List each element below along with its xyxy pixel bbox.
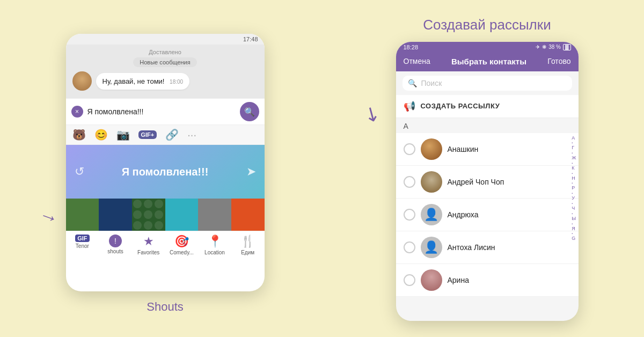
- comedy-label: Comedy...: [170, 250, 194, 255]
- link-icon[interactable]: 🔗: [165, 128, 179, 141]
- message-time: 18:00: [170, 79, 183, 85]
- tab-favorites[interactable]: ★ Favorites: [132, 235, 165, 255]
- input-text[interactable]: Я помолвлена!!!: [87, 107, 240, 116]
- next-sticker-button[interactable]: ➤: [246, 165, 256, 179]
- contact-item-3[interactable]: 👤 Андрюха: [396, 199, 579, 231]
- edim-label: Едим: [241, 250, 254, 255]
- camera-icon[interactable]: 📷: [116, 128, 130, 141]
- status-bar-right: 18:28 ✈ ❋ 38 % ▓: [396, 42, 579, 53]
- shouts-tab-icon: !: [109, 235, 122, 247]
- header-title: Выбрать контакты: [451, 57, 526, 66]
- bluetooth-icon: ❋: [542, 44, 546, 50]
- alpha-dot-2: •: [572, 151, 576, 155]
- delivered-row: Доставлено: [72, 49, 258, 55]
- contact-checkbox-1[interactable]: [404, 143, 415, 155]
- new-messages-label: Новые сообщения: [133, 57, 196, 67]
- battery-icon: ▓: [563, 44, 571, 50]
- alpha-latin-g[interactable]: G: [572, 236, 576, 241]
- contact-avatar-2: [421, 171, 442, 193]
- search-icon: 🔍: [244, 107, 255, 117]
- sticker-tabs: GIF Tenor ! shouts ★ Favorites 🎯 Comedy.…: [66, 231, 265, 258]
- location-tab-icon: 📍: [208, 235, 222, 248]
- search-inner[interactable]: 🔍 Поиск: [402, 76, 572, 91]
- gif-tab-icon: GIF: [75, 235, 89, 242]
- contact-name-1: Анашкин: [448, 145, 479, 153]
- more-icon[interactable]: ···: [187, 129, 196, 141]
- sticker-preview: ↺ Я помолвлена!!! ➤: [66, 145, 265, 199]
- contact-checkbox-4[interactable]: [404, 241, 415, 253]
- phone-left: 17:48 Доставлено Новые сообщения Ну, дав…: [66, 34, 265, 291]
- contact-name-2: Андрей Чоп Чоп: [448, 178, 504, 186]
- comedy-tab-icon: 🎯: [174, 235, 189, 248]
- contact-item-4[interactable]: 👤 Антоха Лисин: [396, 231, 579, 264]
- alpha-k[interactable]: К: [572, 165, 576, 171]
- avatar-image: [72, 71, 92, 91]
- alpha-dot-6: •: [572, 192, 576, 195]
- done-button[interactable]: Готово: [547, 57, 570, 65]
- alpha-g[interactable]: Г: [572, 145, 576, 151]
- message-row: Ну, давай, не томи! 18:00: [72, 71, 258, 91]
- status-time: 17:48: [243, 36, 258, 42]
- bg-thumb-5[interactable]: [198, 199, 231, 231]
- chat-area: Доставлено Новые сообщения Ну, давай, не…: [66, 45, 265, 98]
- tab-comedy[interactable]: 🎯 Comedy...: [165, 235, 199, 255]
- clear-button[interactable]: ×: [71, 106, 83, 118]
- location-label: Location: [204, 250, 225, 255]
- alpha-u[interactable]: У: [572, 195, 576, 201]
- contact-avatar-1: [421, 138, 442, 160]
- search-placeholder: Поиск: [421, 79, 442, 87]
- bg-thumb-6[interactable]: [231, 199, 265, 231]
- create-broadcast[interactable]: 📢 СОЗДАТЬ РАССЫЛКУ: [396, 95, 579, 118]
- broadcast-text: СОЗДАТЬ РАССЫЛКУ: [421, 102, 500, 110]
- alpha-a[interactable]: А: [572, 135, 576, 141]
- alpha-index: А • Г • Ж • К • Н • Р • У • Ч • Ы • Я •: [570, 133, 577, 244]
- alpha-dot-7: •: [572, 202, 576, 205]
- emoji-icon[interactable]: 😊: [94, 128, 108, 141]
- bg-thumb-3[interactable]: [132, 199, 165, 231]
- message-bubble: Ну, давай, не томи! 18:00: [96, 73, 190, 90]
- bear-icon[interactable]: 🐻: [72, 128, 86, 141]
- new-messages-pill: Новые сообщения: [72, 57, 258, 67]
- bg-thumb-1[interactable]: [66, 199, 99, 231]
- input-bar[interactable]: × Я помолвлена!!! 🔍: [66, 98, 265, 124]
- bg-thumb-2[interactable]: [99, 199, 132, 231]
- message-text: Ну, давай, не томи!: [103, 77, 165, 85]
- delivered-text: Доставлено: [149, 49, 181, 55]
- contact-list: Анашкин Андрей Чоп Чоп 👤 Андрюха 👤: [396, 133, 579, 297]
- tab-location[interactable]: 📍 Location: [198, 235, 231, 255]
- alpha-dot-1: •: [572, 141, 576, 144]
- status-icons: ✈ ❋ 38 % ▓: [536, 44, 570, 50]
- search-button[interactable]: 🔍: [240, 102, 259, 121]
- sticker-toolbar: 🐻 😊 📷 GIF+ 🔗 ···: [66, 124, 265, 145]
- gif-icon[interactable]: GIF+: [138, 130, 157, 139]
- contact-item-5[interactable]: Арина: [396, 264, 579, 297]
- contact-checkbox-5[interactable]: [404, 274, 415, 286]
- contact-avatar-4: 👤: [421, 237, 442, 258]
- alpha-dot-5: •: [572, 181, 576, 185]
- avatar-image-3: 👤: [421, 204, 442, 225]
- contact-checkbox-3[interactable]: [404, 209, 415, 221]
- broadcast-icon: 📢: [404, 100, 415, 112]
- contact-avatar-3: 👤: [421, 204, 442, 225]
- tab-shouts[interactable]: ! shouts: [99, 235, 132, 255]
- contact-item-2[interactable]: Андрей Чоп Чоп: [396, 166, 579, 199]
- alpha-dot-9: •: [572, 222, 576, 225]
- tab-tenor[interactable]: GIF Tenor: [66, 235, 99, 255]
- cancel-button[interactable]: Отмена: [404, 57, 430, 65]
- tab-edim[interactable]: 🍴 Едим: [231, 235, 265, 255]
- contact-item-1[interactable]: Анашкин: [396, 133, 579, 166]
- alpha-n[interactable]: Н: [572, 175, 576, 181]
- contact-checkbox-2[interactable]: [404, 176, 415, 188]
- alpha-y[interactable]: Ы: [572, 216, 576, 222]
- alpha-dot-10: •: [572, 232, 576, 235]
- alpha-ya[interactable]: Я: [572, 226, 576, 232]
- bg-thumb-4[interactable]: [165, 199, 199, 231]
- prev-sticker-button[interactable]: ↺: [75, 165, 84, 179]
- alpha-zh[interactable]: Ж: [572, 155, 576, 161]
- left-arrow: →: [35, 203, 61, 231]
- alpha-r[interactable]: Р: [572, 185, 576, 191]
- contact-name-4: Антоха Лисин: [448, 243, 495, 252]
- shouts-label: shouts: [107, 248, 123, 254]
- alpha-ch[interactable]: Ч: [572, 206, 576, 211]
- right-arrow: ↘: [359, 100, 384, 127]
